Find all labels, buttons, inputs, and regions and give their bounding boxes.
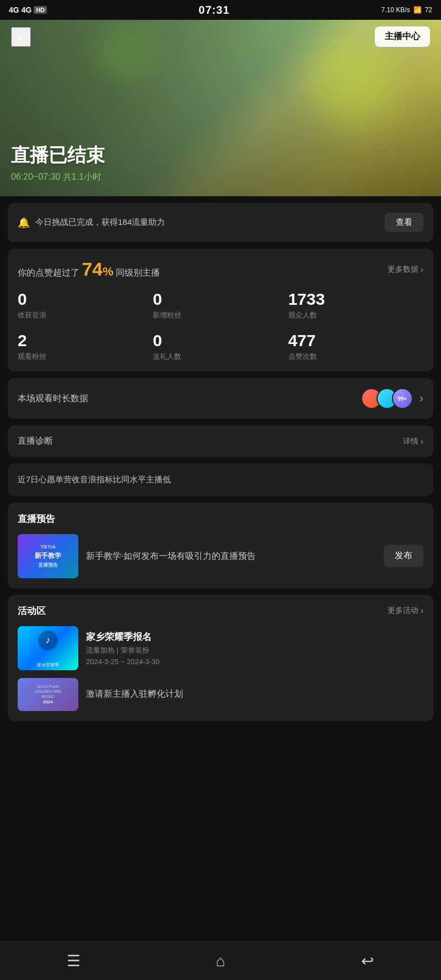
activity-thumbnail-1: ♪ 家乡荣耀季: [18, 626, 78, 670]
status-time: 07:31: [198, 4, 229, 17]
publish-button[interactable]: 发布: [384, 545, 423, 567]
home-icon: ⌂: [216, 952, 225, 970]
more-data-label: 更多数据: [388, 265, 418, 274]
diagnosis-detail-link[interactable]: 详情 ›: [403, 437, 423, 446]
hero-top-bar: ‹ 主播中心: [0, 20, 441, 53]
like-compare-text: 同级别主播: [116, 268, 160, 277]
preview-section-title: 直播预告: [18, 513, 423, 525]
nav-home-button[interactable]: ⌂: [198, 947, 243, 975]
challenge-text: 🔔 今日挑战已完成，获得184流量助力: [18, 217, 165, 229]
like-percent-sign: %: [103, 265, 114, 278]
activity-date-1: 2024-3-25 ~ 2024-3-30: [86, 658, 159, 666]
preview-description: 新手教学·如何发布一场有吸引力的直播预告: [86, 550, 376, 563]
challenge-card: 🔔 今日挑战已完成，获得184流量助力 查看: [8, 203, 433, 242]
back-arrow-icon: ↩: [361, 952, 374, 970]
avatars-group: 99+: [361, 388, 413, 409]
status-right: 7.10 KB/s 📶 72: [381, 6, 432, 14]
preview-thumbnail-inner: TikTok 新手教学 直播预告: [18, 534, 78, 578]
activity-item-2[interactable]: SOLO PLAN GOLDEN ORB MUSIC 2024 激请新主播入驻孵…: [18, 678, 423, 711]
stats-header: 你的点赞超过了 74% 同级别主播 更多数据 ›: [18, 259, 423, 280]
more-activity-label: 更多活动: [388, 606, 418, 616]
stat-likes: 477 点赞次数: [288, 331, 423, 362]
chevron-right-icon-diagnosis: ›: [421, 437, 423, 446]
activity-thumbnail-2: SOLO PLAN GOLDEN ORB MUSIC 2024: [18, 678, 78, 711]
thumb-line-1: TikTok: [35, 543, 61, 551]
stat-value-0: 0: [18, 290, 153, 308]
signal-4g-1: 4G: [9, 6, 19, 14]
stat-value-2: 1733: [288, 290, 423, 308]
partial-thumb-line3: MUSIC: [42, 694, 55, 698]
bell-icon: 🔔: [18, 217, 30, 229]
warning-card: 近7日心愿单营收音浪指标比同水平主播低: [8, 464, 433, 496]
chevron-right-icon-watch: ›: [420, 391, 423, 406]
activity-item-1[interactable]: ♪ 家乡荣耀季 家乡荣耀季报名 流量加热 | 荣誉装扮 2024-3-25 ~ …: [18, 626, 423, 670]
stat-value-5: 477: [288, 331, 423, 349]
activity-tags-1: 流量加热 | 荣誉装扮: [86, 645, 159, 655]
hd-badge: HD: [34, 6, 47, 14]
signal-4g-2: 4G: [21, 6, 32, 14]
stat-new-fans: 0 新增粉丝: [153, 290, 288, 320]
view-button[interactable]: 查看: [385, 213, 423, 232]
diagnosis-card[interactable]: 直播诊断 详情 ›: [8, 426, 433, 457]
network-speed: 7.10 KB/s: [381, 6, 410, 14]
preview-content: TikTok 新手教学 直播预告 新手教学·如何发布一场有吸引力的直播预告 发布: [18, 534, 423, 578]
watch-duration-title: 本场观看时长数据: [18, 393, 88, 405]
activity-section-title: 活动区: [18, 605, 46, 617]
activity-thumb-text-1: 家乡荣耀季: [20, 663, 76, 668]
diagnosis-detail-label: 详情: [403, 437, 418, 446]
stat-audience: 1733 观众人数: [288, 290, 423, 320]
watch-right: 99+ ›: [361, 388, 423, 409]
live-ended-title: 直播已结束: [11, 143, 430, 168]
partial-thumb-line1: SOLO PLAN: [37, 685, 59, 688]
chevron-right-icon-activity: ›: [421, 606, 423, 616]
bottom-navigation: ☰ ⌂ ↩: [0, 941, 441, 980]
hero-content: 直播已结束 06:20~07:30 共1.1小时: [0, 143, 441, 196]
main-content: 🔔 今日挑战已完成，获得184流量助力 查看 你的点赞超过了 74% 同级别主播…: [0, 196, 441, 728]
stat-gift-givers: 0 送礼人数: [153, 331, 288, 362]
host-center-button[interactable]: 主播中心: [375, 26, 430, 47]
nav-menu-button[interactable]: ☰: [51, 947, 95, 975]
stat-value-3: 2: [18, 331, 153, 349]
live-duration: 06:20~07:30 共1.1小时: [11, 171, 430, 183]
hero-section: ‹ 主播中心 直播已结束 06:20~07:30 共1.1小时: [0, 20, 441, 196]
status-bar: 4G 4G HD 07:31 7.10 KB/s 📶 72: [0, 0, 441, 20]
nav-back-button[interactable]: ↩: [346, 947, 390, 975]
more-data-link[interactable]: 更多数据 ›: [388, 265, 423, 274]
stat-value-1: 0: [153, 290, 288, 308]
stat-label-0: 收获音浪: [18, 310, 153, 320]
stat-label-3: 观看粉丝: [18, 352, 153, 362]
partial-thumb-line2: GOLDEN ORB: [35, 690, 61, 693]
more-activity-link[interactable]: 更多活动 ›: [388, 606, 423, 616]
avatar-count: 99+: [397, 396, 407, 402]
activity-name-1: 家乡荣耀季报名: [86, 631, 159, 643]
avatar-3: 99+: [392, 388, 413, 409]
menu-icon: ☰: [67, 952, 80, 970]
diagnosis-title: 直播诊断: [18, 435, 53, 447]
stats-card: 你的点赞超过了 74% 同级别主播 更多数据 › 0 收获音浪 0 新增粉丝 1…: [8, 249, 433, 371]
activity-logo-1: ♪: [38, 631, 58, 650]
back-button[interactable]: ‹: [11, 27, 31, 47]
challenge-description: 今日挑战已完成，获得184流量助力: [35, 217, 165, 228]
thumb-line-3: 直播预告: [35, 561, 61, 569]
stat-label-4: 送礼人数: [153, 352, 288, 362]
warning-text: 近7日心愿单营收音浪指标比同水平主播低: [18, 473, 423, 486]
like-percent-value: 74: [82, 259, 103, 279]
preview-thumbnail: TikTok 新手教学 直播预告: [18, 534, 78, 578]
activity-info-2: 激请新主播入驻孵化计划: [86, 688, 183, 700]
stats-grid: 0 收获音浪 0 新增粉丝 1733 观众人数 2 观看粉丝 0 送礼人数 47…: [18, 290, 423, 362]
partial-thumb-line4: 2024: [43, 699, 53, 704]
broadcast-preview-card: 直播预告 TikTok 新手教学 直播预告 新手教学·如何发布一场有吸引力的直播…: [8, 503, 433, 588]
activity-card: 活动区 更多活动 › ♪ 家乡荣耀季 家乡荣耀季报名 流量加热 | 荣誉装扮 2…: [8, 595, 433, 721]
chevron-right-icon: ›: [421, 265, 423, 274]
stat-label-1: 新增粉丝: [153, 310, 288, 320]
activity-header: 活动区 更多活动 ›: [18, 605, 423, 617]
stat-value-4: 0: [153, 331, 288, 349]
watch-duration-card[interactable]: 本场观看时长数据 99+ ›: [8, 378, 433, 419]
stat-label-5: 点赞次数: [288, 352, 423, 362]
battery-level: 72: [425, 6, 432, 14]
wifi-icon: 📶: [413, 6, 422, 14]
thumb-line-2: 新手教学: [35, 551, 61, 561]
stats-like-summary: 你的点赞超过了 74% 同级别主播: [18, 259, 160, 280]
stat-watch-fans: 2 观看粉丝: [18, 331, 153, 362]
status-signal: 4G 4G HD: [9, 6, 47, 14]
